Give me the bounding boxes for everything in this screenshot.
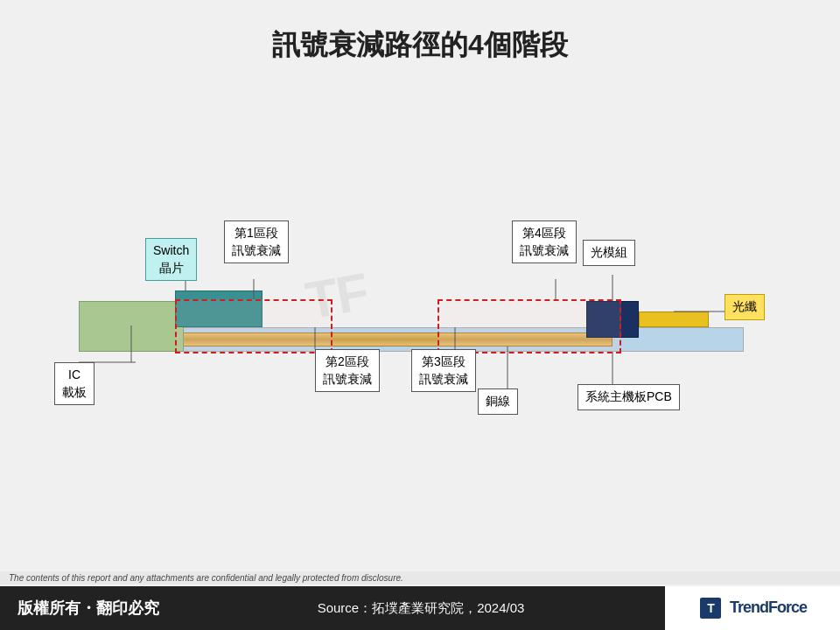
footer-source: Source：拓墣產業研究院，2024/03 — [177, 600, 665, 617]
dashed-region-right — [438, 299, 621, 354]
diagram-area: TF — [0, 91, 840, 458]
ic-carrier-label: IC 載板 — [54, 362, 94, 405]
zone3-label: 第3區段 訊號衰減 — [411, 349, 476, 392]
zone1-label: 第1區段 訊號衰減 — [224, 220, 289, 263]
optical-fiber-label: 光纖 — [724, 294, 765, 320]
zone4-label: 第4區段 訊號衰減 — [512, 220, 577, 263]
footer-copyright: 版權所有・翻印必究 — [0, 598, 177, 619]
switch-chip-label: Switch 晶片 — [145, 238, 197, 281]
title-area: 訊號衰減路徑的4個階段 — [0, 0, 840, 74]
disclaimer-bar: The contents of this report and any atta… — [0, 571, 840, 584]
fiber-cable-block — [639, 312, 709, 327]
trendforce-logo-icon: T — [698, 596, 723, 620]
trendforce-logo: T TrendForce — [698, 596, 807, 620]
zone2-label: 第2區段 訊號衰減 — [315, 349, 380, 392]
dashed-region-left — [175, 299, 332, 354]
page-title: 訊號衰減路徑的4個階段 — [272, 29, 568, 60]
connector-lines — [0, 91, 840, 458]
footer-brand: T TrendForce — [665, 586, 840, 630]
optical-module-label: 光模組 — [583, 240, 635, 266]
ic-carrier-block — [79, 301, 184, 352]
main-container: 訊號衰減路徑的4個階段 TF — [0, 0, 840, 630]
system-pcb-label: 系統主機板PCB — [578, 384, 680, 410]
trendforce-brand-text: TrendForce — [730, 598, 807, 616]
copper-wire-label: 銅線 — [478, 388, 518, 415]
footer: 版權所有・翻印必究 Source：拓墣產業研究院，2024/03 T Trend… — [0, 586, 840, 630]
